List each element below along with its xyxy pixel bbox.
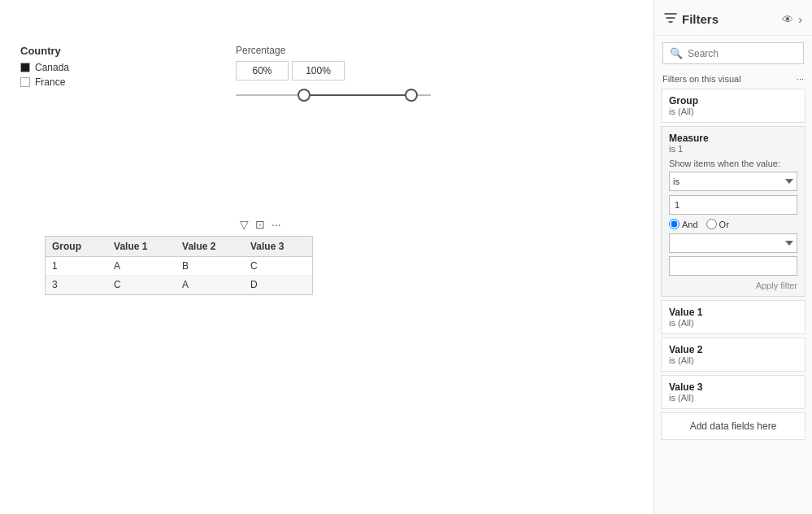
panel-header-icons: 👁 ›: [782, 13, 802, 26]
or-radio[interactable]: [706, 219, 717, 229]
value1-filter-sub: is (All): [669, 318, 797, 328]
slider-min-input[interactable]: [236, 61, 289, 81]
condition1-operator-dropdown[interactable]: is is not is less than is greater than: [669, 172, 797, 191]
legend-swatch-france: [20, 77, 30, 87]
group-filter-card[interactable]: Group is (All): [661, 89, 805, 123]
filters-section-label: Filters on this visual ···: [654, 71, 812, 85]
more-icon[interactable]: ···: [271, 218, 281, 231]
main-canvas: Country Canada France Percentage ▽ ⊡ ···: [0, 0, 654, 514]
col-header-value1: Value 1: [107, 237, 176, 257]
col-header-value2: Value 2: [176, 237, 244, 257]
and-radio[interactable]: [669, 219, 680, 229]
condition2-operator-dropdown[interactable]: is is not: [669, 233, 797, 253]
slider-inputs: [236, 61, 431, 81]
table-header-row: Group Value 1 Value 2 Value 3: [46, 237, 312, 257]
table-visual: Group Value 1 Value 2 Value 3 1 A B C 3 …: [45, 236, 313, 295]
legend-swatch-canada: [20, 63, 30, 72]
panels-scroll: Filters on this visual ··· Group is (All…: [654, 71, 812, 514]
slider-thumb-right[interactable]: [405, 89, 418, 102]
slider-area: Percentage: [236, 45, 431, 103]
condition2-value-input[interactable]: [669, 256, 797, 276]
legend-label-canada: Canada: [35, 62, 69, 73]
chevron-right-icon[interactable]: ›: [798, 13, 802, 26]
right-panel: Filters 👁 › 🔍 Filters on this visual ···…: [654, 0, 812, 514]
legend: Country Canada France: [20, 45, 69, 91]
cell-r2-v1: C: [107, 276, 176, 294]
cell-r1-group: 1: [46, 257, 107, 276]
slider-track: [236, 94, 431, 96]
and-label-text: And: [682, 220, 698, 229]
value2-filter-sub: is (All): [669, 355, 797, 365]
slider-track-container[interactable]: [236, 87, 431, 103]
col-header-group: Group: [46, 237, 107, 257]
condition1-value-input[interactable]: [669, 195, 797, 215]
slider-thumb-left[interactable]: [297, 89, 310, 102]
value2-filter-title: Value 2: [669, 344, 797, 355]
value3-filter-card[interactable]: Value 3 is (All): [661, 375, 805, 409]
search-icon: 🔍: [670, 47, 683, 59]
table-row: 3 C A D: [46, 276, 312, 294]
slider-max-input[interactable]: [292, 61, 345, 81]
apply-filter-button[interactable]: Apply filter: [669, 281, 797, 290]
or-label-text: Or: [719, 220, 729, 229]
eye-icon[interactable]: 👁: [782, 13, 793, 26]
cell-r1-v1: A: [107, 257, 176, 276]
condition1-dropdown-row: is is not is less than is greater than: [669, 172, 797, 191]
filter-panel-icon: [664, 11, 677, 27]
value1-filter-title: Value 1: [669, 307, 797, 318]
legend-title: Country: [20, 45, 69, 57]
search-input[interactable]: [688, 48, 797, 59]
group-filter-sub: is (All): [669, 107, 797, 116]
cell-r2-v3: D: [244, 276, 312, 294]
slider-range: [304, 94, 411, 96]
panel-header: Filters 👁 ›: [654, 0, 812, 36]
measure-filter-title: Measure: [669, 133, 797, 144]
and-radio-label[interactable]: And: [669, 219, 698, 229]
and-or-row: And Or: [669, 219, 797, 229]
filter-icon[interactable]: ▽: [240, 218, 249, 231]
measure-filter-sub: is 1: [669, 144, 797, 154]
measure-filter-expanded: Measure is 1 Show items when the value: …: [661, 126, 805, 297]
col-header-value3: Value 3: [244, 237, 312, 257]
value2-filter-card[interactable]: Value 2 is (All): [661, 338, 805, 372]
legend-item-canada: Canada: [20, 62, 69, 73]
panel-title: Filters: [664, 11, 719, 27]
cell-r2-v2: A: [176, 276, 244, 294]
cell-r1-v3: C: [244, 257, 312, 276]
value1-filter-card[interactable]: Value 1 is (All): [661, 300, 805, 334]
table-toolbar: ▽ ⊡ ···: [240, 218, 281, 231]
show-items-label: Show items when the value:: [669, 159, 797, 168]
panel-title-text: Filters: [682, 12, 719, 26]
legend-item-france: France: [20, 76, 69, 88]
filters-more-icon[interactable]: ···: [797, 74, 804, 84]
cell-r2-group: 3: [46, 276, 107, 294]
focus-icon[interactable]: ⊡: [255, 218, 265, 231]
legend-label-france: France: [35, 76, 65, 88]
add-data-fields-button[interactable]: Add data fields here: [661, 412, 805, 440]
table-row: 1 A B C: [46, 257, 312, 276]
group-filter-title: Group: [669, 95, 797, 107]
slider-label: Percentage: [236, 45, 431, 56]
search-box[interactable]: 🔍: [662, 42, 804, 64]
or-radio-label[interactable]: Or: [706, 219, 729, 229]
value3-filter-title: Value 3: [669, 381, 797, 393]
value3-filter-sub: is (All): [669, 393, 797, 403]
filters-on-visual-text: Filters on this visual: [662, 74, 741, 84]
vis-table: Group Value 1 Value 2 Value 3 1 A B C 3 …: [46, 237, 312, 294]
cell-r1-v2: B: [176, 257, 244, 276]
